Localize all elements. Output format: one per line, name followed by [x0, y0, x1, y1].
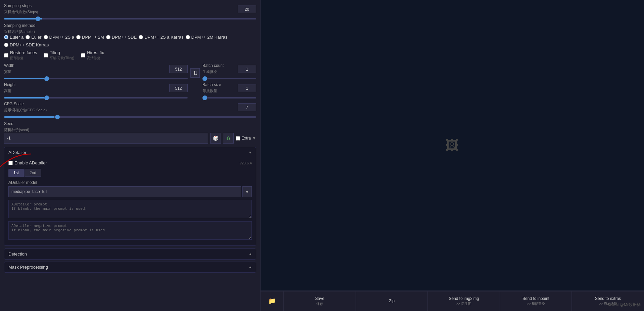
radio-dpm2sa[interactable]: DPM++ 2S a [44, 35, 74, 40]
adetailer-model-select[interactable]: mediapipe_face_full [8, 186, 241, 197]
right-panel: 🖼 📁 Save 保存 Zip Send to img2img >> 图生图 S… [260, 0, 644, 311]
sampling-steps-section: Sampling steps 采样迭代次数(Steps) 20 [4, 3, 256, 21]
extra-checkbox[interactable] [236, 136, 240, 141]
batch-size-slider[interactable] [202, 97, 256, 99]
batch-size-value[interactable]: 1 [238, 84, 256, 92]
radio-euler-a[interactable]: Euler a [4, 35, 24, 40]
seed-input[interactable] [4, 133, 208, 144]
adetailer-version: v23.6.4 [240, 161, 252, 165]
radio-dpm2sa-karras[interactable]: DPM++ 2S a Karras [139, 35, 183, 40]
image-placeholder-icon: 🖼 [446, 138, 459, 153]
cfg-scale-slider[interactable] [4, 116, 256, 118]
height-section: Height 高度 512 [4, 82, 188, 100]
options-checkboxes: Restore faces面部修复 Tiling平铺/分块(Tiling) Hi… [4, 50, 256, 61]
left-panel: Sampling steps 采样迭代次数(Steps) 20 Sampling… [0, 0, 260, 311]
adetailer-prompt[interactable] [8, 200, 252, 218]
radio-dpmsde[interactable]: DPM++ SDE [106, 35, 137, 40]
height-value[interactable]: 512 [169, 84, 188, 92]
radio-euler[interactable]: Euler [26, 35, 41, 40]
adetailer-header[interactable]: ADetailer ▼ [4, 147, 256, 158]
tab-2nd[interactable]: 2nd [25, 169, 41, 177]
cfg-scale-section: CFG Scale 提示词相关性(CFG Scale) 7 [4, 102, 256, 119]
extra-checkbox-row: Extra ▼ [236, 136, 256, 141]
adetailer-neg-prompt[interactable] [8, 221, 252, 240]
zip-button[interactable]: Zip [356, 291, 428, 311]
recycle-icon-button[interactable]: ♻ [223, 133, 234, 144]
detection-collapse-icon: ◄ [248, 252, 252, 256]
height-slider[interactable] [4, 97, 188, 99]
adetailer-section: ADetailer ▼ Enable ADetailer v23.6.4 1st… [4, 147, 256, 246]
sampling-method-group2: DPM++ SDE Karras [4, 42, 256, 47]
radio-dpmsde-karras[interactable]: DPM++ SDE Karras [4, 42, 49, 47]
seed-section: Seed 随机种子(seed) 🎲 ♻ Extra ▼ [4, 121, 256, 144]
height-batchsize-section: Height 高度 512 Batch size 每批数量 1 [4, 82, 256, 100]
dice-icon-button[interactable]: 🎲 [210, 133, 221, 144]
adetailer-content: Enable ADetailer v23.6.4 1st 2nd ADetail… [4, 158, 256, 245]
send-to-img2img-button[interactable]: Send to img2img >> 图生图 [428, 291, 500, 311]
model-dropdown-arrow[interactable]: ▼ [242, 186, 252, 197]
hires-fix-checkbox[interactable]: Hires. fix高清修复 [81, 50, 104, 61]
adetailer-model-section: ADetailer model mediapipe_face_full ▼ [8, 180, 252, 197]
detection-section: Detection ◄ [4, 248, 256, 260]
tab-1st[interactable]: 1st [8, 169, 24, 177]
batch-count-slider[interactable] [202, 78, 256, 79]
sampling-steps-label: Sampling steps 采样迭代次数(Steps) [4, 3, 38, 15]
enable-adetailer-checkbox[interactable]: Enable ADetailer [8, 160, 47, 165]
tiling-checkbox[interactable]: Tiling平铺/分块(Tiling) [44, 50, 74, 61]
batch-size-section: Batch size 每批数量 1 [202, 82, 256, 100]
action-button-bar: 📁 Save 保存 Zip Send to img2img >> 图生图 Sen… [260, 291, 644, 311]
folder-button[interactable]: 📁 [260, 291, 284, 311]
sampling-steps-slider[interactable] [4, 18, 256, 20]
restore-faces-checkbox[interactable]: Restore faces面部修复 [4, 50, 37, 61]
send-to-extras-button[interactable]: Send to extras >> 附加功能 [572, 291, 644, 311]
image-preview-area: 🖼 [260, 0, 644, 291]
sampling-steps-value[interactable]: 20 [238, 5, 256, 13]
radio-dpm2m[interactable]: DPM++ 2M [76, 35, 104, 40]
dimensions-section: Width 宽度 512 ⇅ Batch count 生成批次 1 [4, 63, 256, 80]
sampling-method-section: Sampling method 采样方法(Sampler) Euler a Eu… [4, 23, 256, 47]
mask-preprocessing-header[interactable]: Mask Preprocessing ◄ [4, 262, 256, 272]
mask-preprocessing-collapse-icon: ◄ [248, 265, 252, 269]
watermark: CSDN @Mr数据杨 [607, 302, 641, 308]
cfg-scale-value[interactable]: 7 [238, 103, 256, 111]
width-value[interactable]: 512 [169, 65, 188, 73]
batch-count-section: Batch count 生成批次 1 [202, 63, 256, 80]
width-slider[interactable] [4, 78, 188, 79]
save-button[interactable]: Save 保存 [284, 291, 356, 311]
width-section: Width 宽度 512 [4, 63, 188, 80]
sampling-method-group: Euler a Euler DPM++ 2S a DPM++ 2M DPM++ … [4, 35, 256, 40]
mask-preprocessing-section: Mask Preprocessing ◄ [4, 262, 256, 273]
radio-dpm2m-karras[interactable]: DPM++ 2M Karras [186, 35, 228, 40]
swap-dimensions-button[interactable]: ⇅ [190, 68, 200, 78]
send-to-inpaint-button[interactable]: Send to inpaint >> 局部重绘 [500, 291, 572, 311]
batch-count-value[interactable]: 1 [238, 65, 256, 73]
adetailer-collapse-icon: ▼ [248, 151, 252, 154]
folder-icon: 📁 [268, 297, 276, 305]
detection-header[interactable]: Detection ◄ [4, 249, 256, 259]
adetailer-tabs: 1st 2nd [8, 169, 252, 177]
